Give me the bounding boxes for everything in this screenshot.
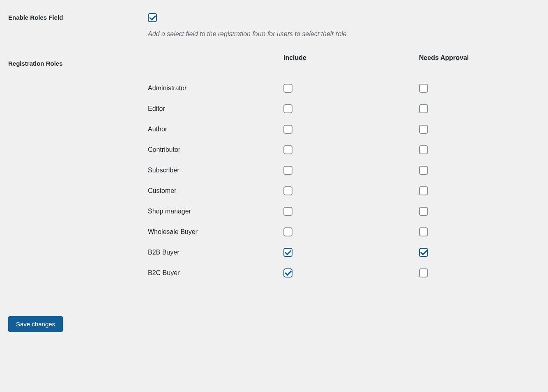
role-include-cell: [283, 201, 419, 222]
table-row: Author: [148, 119, 526, 140]
role-approval-checkbox[interactable]: [419, 145, 428, 154]
role-name: Contributor: [148, 140, 283, 160]
role-include-checkbox[interactable]: [283, 186, 292, 195]
role-approval-checkbox[interactable]: [419, 207, 428, 216]
registration-roles-label-col: Registration Roles: [8, 54, 148, 67]
role-approval-checkbox[interactable]: [419, 227, 428, 236]
table-row: Editor: [148, 99, 526, 119]
role-include-cell: [283, 160, 419, 181]
roles-col-name: [148, 54, 283, 78]
table-row: Shop manager: [148, 201, 526, 222]
role-name: Administrator: [148, 78, 283, 99]
registration-roles-content: Include Needs Approval AdministratorEdit…: [148, 54, 540, 283]
table-row: Administrator: [148, 78, 526, 99]
role-approval-checkbox[interactable]: [419, 248, 428, 257]
role-approval-checkbox[interactable]: [419, 104, 428, 113]
role-approval-cell: [419, 242, 526, 263]
enable-roles-field-row: Enable Roles Field Add a select field to…: [8, 8, 540, 38]
role-name: Wholesale Buyer: [148, 222, 283, 242]
table-row: B2C Buyer: [148, 263, 526, 283]
enable-roles-description: Add a select field to the registration f…: [148, 30, 540, 38]
role-include-cell: [283, 181, 419, 201]
role-approval-cell: [419, 119, 526, 140]
table-row: Subscriber: [148, 160, 526, 181]
role-name: Customer: [148, 181, 283, 201]
role-include-cell: [283, 119, 419, 140]
role-include-cell: [283, 99, 419, 119]
role-include-checkbox[interactable]: [283, 248, 292, 257]
role-approval-checkbox[interactable]: [419, 268, 428, 277]
role-include-cell: [283, 263, 419, 283]
enable-roles-label: Enable Roles Field: [8, 14, 63, 21]
role-include-checkbox[interactable]: [283, 145, 292, 154]
role-approval-cell: [419, 263, 526, 283]
roles-table: Include Needs Approval AdministratorEdit…: [148, 54, 526, 283]
role-approval-cell: [419, 99, 526, 119]
role-approval-checkbox[interactable]: [419, 125, 428, 134]
role-name: Editor: [148, 99, 283, 119]
table-row: B2B Buyer: [148, 242, 526, 263]
role-approval-cell: [419, 160, 526, 181]
role-name: B2C Buyer: [148, 263, 283, 283]
role-approval-cell: [419, 201, 526, 222]
role-name: Subscriber: [148, 160, 283, 181]
role-include-cell: [283, 222, 419, 242]
role-include-checkbox[interactable]: [283, 84, 292, 93]
registration-roles-row: Registration Roles Include Needs Approva…: [8, 54, 540, 283]
role-approval-checkbox[interactable]: [419, 166, 428, 175]
role-approval-checkbox[interactable]: [419, 186, 428, 195]
table-row: Customer: [148, 181, 526, 201]
enable-roles-content: Add a select field to the registration f…: [148, 8, 540, 38]
role-name: B2B Buyer: [148, 242, 283, 263]
role-approval-cell: [419, 140, 526, 160]
role-include-cell: [283, 78, 419, 99]
role-approval-cell: [419, 181, 526, 201]
role-name: Author: [148, 119, 283, 140]
roles-col-approval: Needs Approval: [419, 54, 526, 78]
role-include-checkbox[interactable]: [283, 268, 292, 277]
registration-roles-label: Registration Roles: [8, 60, 63, 67]
role-approval-cell: [419, 222, 526, 242]
role-approval-checkbox[interactable]: [419, 84, 428, 93]
role-name: Shop manager: [148, 201, 283, 222]
enable-roles-checkbox[interactable]: [148, 13, 157, 22]
role-include-cell: [283, 242, 419, 263]
table-row: Wholesale Buyer: [148, 222, 526, 242]
role-include-checkbox[interactable]: [283, 125, 292, 134]
roles-col-include: Include: [283, 54, 419, 78]
role-include-checkbox[interactable]: [283, 166, 292, 175]
save-changes-button[interactable]: Save changes: [8, 316, 63, 332]
role-include-cell: [283, 140, 419, 160]
role-approval-cell: [419, 78, 526, 99]
enable-roles-label-col: Enable Roles Field: [8, 8, 148, 21]
role-include-checkbox[interactable]: [283, 227, 292, 236]
table-row: Contributor: [148, 140, 526, 160]
role-include-checkbox[interactable]: [283, 104, 292, 113]
role-include-checkbox[interactable]: [283, 207, 292, 216]
